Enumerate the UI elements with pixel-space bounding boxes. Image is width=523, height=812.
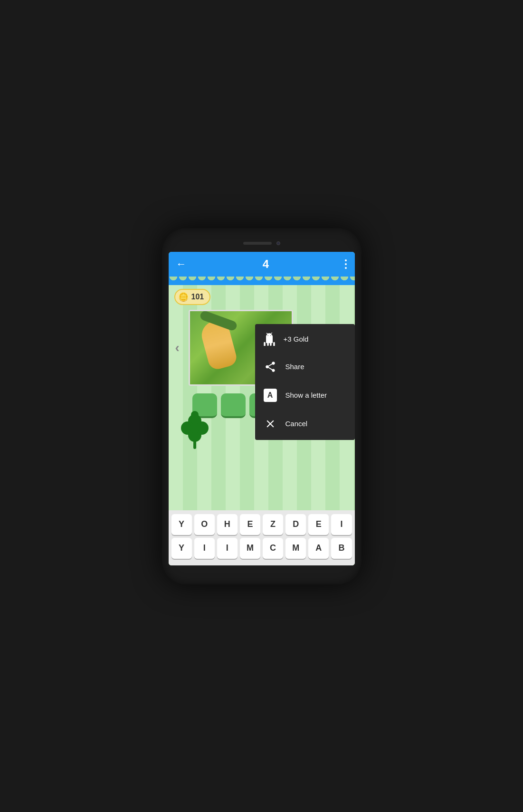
header-title: 4 [263, 258, 269, 271]
key-O[interactable]: O [194, 514, 215, 535]
menu-item-show-letter-label: Show a letter [285, 391, 327, 399]
prev-arrow[interactable]: ‹ [175, 340, 180, 355]
key-Y-1[interactable]: Y [171, 514, 192, 535]
phone-top-bar [169, 237, 355, 250]
phone-camera [276, 241, 280, 245]
key-M-1[interactable]: M [240, 538, 260, 559]
coins-count: 101 [191, 293, 204, 301]
key-C[interactable]: C [263, 538, 283, 559]
svg-point-6 [191, 411, 199, 419]
key-M-2[interactable]: M [285, 538, 306, 559]
phone-screen: ← 4 🪙 101 [169, 252, 355, 565]
svg-rect-5 [193, 439, 196, 449]
keyboard-row-1: Y O H E Z D E I [171, 514, 352, 535]
svg-point-4 [190, 423, 200, 433]
dropdown-menu: +3 Gold Share A S [255, 324, 355, 440]
keyboard-area: Y O H E Z D E I Y I I M C M A B [169, 510, 355, 565]
letter-box-2[interactable] [221, 393, 246, 418]
phone-speaker [243, 242, 272, 245]
clover-decoration [176, 409, 214, 454]
key-I[interactable]: I [331, 514, 352, 535]
menu-item-gold[interactable]: +3 Gold [255, 326, 355, 353]
dot1 [345, 259, 347, 261]
back-button[interactable]: ← [176, 258, 187, 270]
dot3 [345, 267, 347, 269]
key-I-3[interactable]: I [217, 538, 238, 559]
android-icon [263, 333, 276, 346]
app-header: ← 4 [169, 252, 355, 277]
key-D[interactable]: D [285, 514, 306, 535]
share-icon [263, 359, 278, 374]
phone-frame: ← 4 🪙 101 [162, 228, 361, 584]
key-H[interactable]: H [217, 514, 238, 535]
coin-icon: 🪙 [178, 292, 189, 302]
show-letter-icon: A [263, 388, 278, 403]
menu-item-share-label: Share [285, 363, 304, 371]
overflow-menu-button[interactable] [345, 259, 347, 269]
dot2 [345, 263, 347, 265]
key-I-2[interactable]: I [194, 538, 215, 559]
menu-item-show-letter[interactable]: A Show a letter [255, 381, 355, 410]
key-E-2[interactable]: E [308, 514, 329, 535]
key-E-1[interactable]: E [240, 514, 260, 535]
key-B[interactable]: B [331, 538, 352, 559]
key-A[interactable]: A [308, 538, 329, 559]
coins-badge: 🪙 101 [174, 289, 211, 305]
menu-item-share[interactable]: Share [255, 353, 355, 381]
scallop-decoration [169, 277, 355, 285]
key-Z[interactable]: Z [263, 514, 283, 535]
menu-item-gold-label: +3 Gold [284, 335, 309, 343]
keyboard-row-2: Y I I M C M A B [171, 538, 352, 559]
menu-item-cancel[interactable]: Cancel [255, 410, 355, 438]
key-Y-2[interactable]: Y [171, 538, 192, 559]
menu-item-cancel-label: Cancel [285, 420, 308, 428]
cancel-icon [263, 416, 278, 431]
letter-a-icon: A [264, 389, 277, 402]
